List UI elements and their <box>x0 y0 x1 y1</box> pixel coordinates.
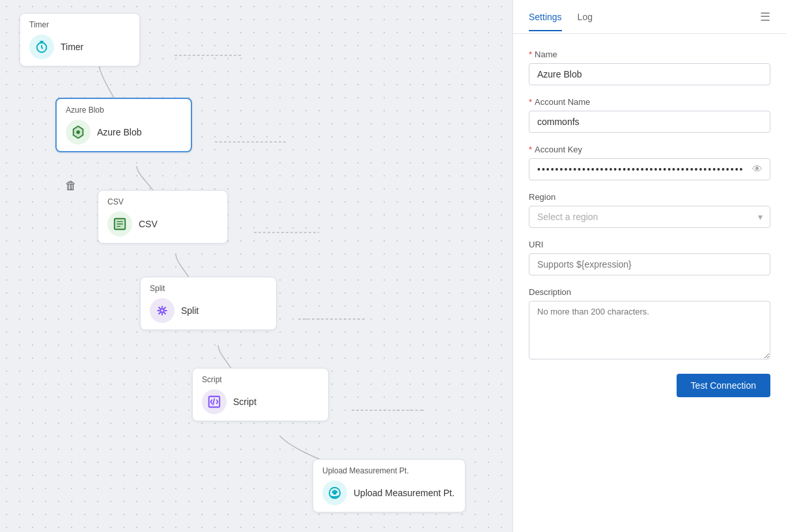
uri-label: URI <box>529 240 770 249</box>
node-csv-title: CSV <box>107 197 218 206</box>
panel-header: Settings Log ☰ <box>513 0 786 34</box>
field-group-description: Description <box>529 287 770 359</box>
node-script[interactable]: Script Script <box>192 368 329 421</box>
node-azure-blob-title: Azure Blob <box>66 105 182 115</box>
field-group-account-name: * Account Name <box>529 97 770 133</box>
tab-settings[interactable]: Settings <box>529 12 562 31</box>
svg-point-7 <box>333 492 336 494</box>
test-connection-button[interactable]: Test Connection <box>677 374 770 397</box>
node-timer[interactable]: Timer Timer <box>20 13 140 66</box>
field-group-region: Region Select a region East US West US N… <box>529 192 770 228</box>
field-group-uri: URI <box>529 240 770 275</box>
description-textarea[interactable] <box>529 301 770 359</box>
node-split-label: Split <box>181 305 199 316</box>
svg-point-2 <box>76 130 80 134</box>
field-group-name: * Name <box>529 49 770 85</box>
node-split[interactable]: Split Split <box>140 277 277 330</box>
account-key-required-star: * <box>529 145 532 154</box>
region-label: Region <box>529 192 770 202</box>
region-select-wrapper: Select a region East US West US North Eu… <box>529 206 770 228</box>
upload-icon <box>322 481 347 505</box>
account-name-label: * Account Name <box>529 97 770 107</box>
right-panel: Settings Log ☰ * Name * Account Name * <box>512 0 786 532</box>
name-input[interactable] <box>529 63 770 85</box>
panel-body: * Name * Account Name * Account Key 👁 <box>513 34 786 532</box>
account-key-label: * Account Key <box>529 145 770 154</box>
menu-icon[interactable]: ☰ <box>760 10 770 24</box>
node-azure-blob-label: Azure Blob <box>97 127 141 137</box>
name-required-star: * <box>529 49 532 59</box>
timer-icon <box>29 35 54 59</box>
description-label: Description <box>529 287 770 297</box>
canvas[interactable]: Timer Timer Azure Blob Azure Blob <box>0 0 512 532</box>
script-icon <box>202 389 227 414</box>
panel-tabs: Settings Log <box>529 3 593 31</box>
azure-blob-icon <box>66 120 91 145</box>
node-timer-title: Timer <box>29 20 130 29</box>
tab-log[interactable]: Log <box>578 12 593 31</box>
account-name-input[interactable] <box>529 111 770 133</box>
region-select[interactable]: Select a region East US West US North Eu… <box>529 206 770 228</box>
split-icon <box>150 298 175 323</box>
node-upload-label: Upload Measurement Pt. <box>354 488 455 498</box>
csv-icon <box>107 212 132 236</box>
node-csv[interactable]: CSV CSV <box>98 190 228 244</box>
node-upload[interactable]: Upload Measurement Pt. Upload Measuremen… <box>313 459 466 512</box>
node-split-title: Split <box>150 284 267 293</box>
toggle-password-icon[interactable]: 👁 <box>752 163 763 175</box>
node-csv-label: CSV <box>139 219 158 229</box>
account-key-input[interactable] <box>529 158 770 180</box>
account-name-required-star: * <box>529 97 532 107</box>
account-key-wrapper: 👁 <box>529 158 770 180</box>
delete-icon[interactable]: 🗑 <box>65 179 77 193</box>
node-script-label: Script <box>233 397 257 407</box>
name-label: * Name <box>529 49 770 59</box>
connections-svg <box>0 0 512 532</box>
node-upload-title: Upload Measurement Pt. <box>322 466 456 475</box>
node-timer-label: Timer <box>61 42 83 52</box>
field-group-account-key: * Account Key 👁 <box>529 145 770 180</box>
uri-input[interactable] <box>529 253 770 275</box>
node-azure-blob[interactable]: Azure Blob Azure Blob <box>55 98 192 152</box>
node-script-title: Script <box>202 375 319 384</box>
